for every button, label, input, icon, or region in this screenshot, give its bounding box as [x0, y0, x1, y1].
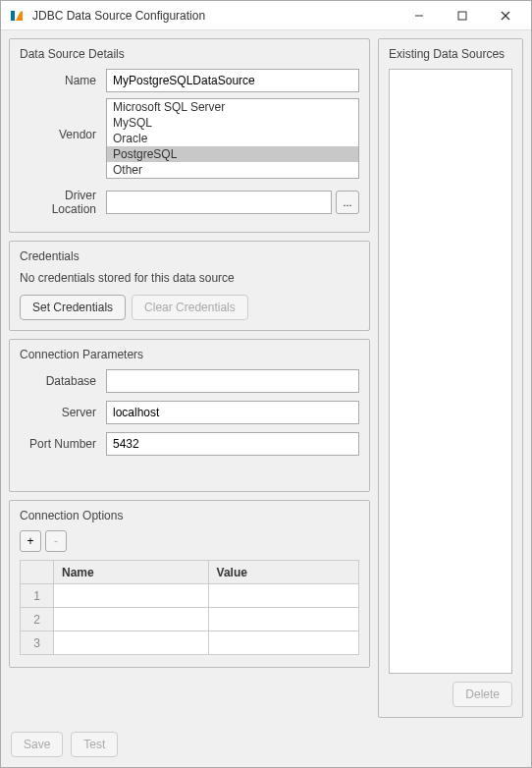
vendor-item-oracle[interactable]: Oracle: [107, 131, 358, 146]
save-button: Save: [11, 732, 63, 757]
data-source-details-panel: Data Source Details Name Vendor Microsof…: [9, 38, 370, 233]
vendor-item-other[interactable]: Other: [107, 162, 358, 178]
database-input[interactable]: [106, 369, 359, 393]
server-label: Server: [20, 406, 106, 419]
set-credentials-button[interactable]: Set Credentials: [20, 295, 126, 320]
titlebar: JDBC Data Source Configuration: [1, 1, 531, 30]
driver-location-label: Driver Location: [20, 189, 106, 216]
svg-rect-2: [458, 12, 466, 20]
close-button[interactable]: [484, 2, 527, 29]
vendor-label: Vendor: [20, 98, 106, 141]
name-label: Name: [20, 74, 106, 87]
app-icon: [9, 8, 25, 24]
panel-title: Connection Parameters: [20, 348, 359, 361]
port-number-label: Port Number: [20, 437, 106, 451]
existing-data-sources-list[interactable]: [389, 69, 512, 674]
app-window: JDBC Data Source Configuration Data Sour…: [0, 0, 532, 768]
row-number: 2: [21, 608, 54, 631]
database-label: Database: [20, 374, 106, 388]
port-number-input[interactable]: [106, 432, 359, 456]
browse-button[interactable]: ...: [336, 191, 359, 214]
row-number: 3: [21, 631, 54, 655]
credentials-message: No credentials stored for this data sour…: [20, 271, 359, 285]
panel-title: Existing Data Sources: [389, 47, 512, 61]
row-header-blank: [21, 561, 54, 584]
table-row[interactable]: 2: [21, 608, 359, 631]
option-name-cell[interactable]: [54, 584, 209, 608]
test-button: Test: [71, 732, 118, 757]
maximize-button[interactable]: [441, 2, 484, 29]
row-number: 1: [21, 584, 54, 608]
panel-title: Data Source Details: [20, 47, 359, 61]
column-header-name: Name: [54, 561, 209, 584]
option-value-cell[interactable]: [208, 631, 358, 655]
footer: Save Test: [1, 726, 531, 767]
minimize-button[interactable]: [398, 2, 441, 29]
option-name-cell[interactable]: [54, 608, 209, 631]
option-value-cell[interactable]: [208, 608, 358, 631]
connection-options-panel: Connection Options + - Name Value: [9, 500, 370, 668]
vendor-item-postgresql[interactable]: PostgreSQL: [107, 146, 358, 162]
delete-button: Delete: [452, 682, 512, 707]
add-option-button[interactable]: +: [20, 530, 41, 552]
existing-data-sources-panel: Existing Data Sources Delete: [378, 38, 523, 718]
name-input[interactable]: [106, 69, 359, 92]
credentials-panel: Credentials No credentials stored for th…: [9, 241, 370, 331]
connection-parameters-panel: Connection Parameters Database Server Po…: [9, 339, 370, 492]
driver-location-input[interactable]: [106, 191, 332, 214]
vendor-item-mssql[interactable]: Microsoft SQL Server: [107, 99, 358, 115]
clear-credentials-button: Clear Credentials: [132, 295, 248, 320]
column-header-value: Value: [208, 561, 358, 584]
panel-title: Connection Options: [20, 509, 359, 522]
vendor-item-mysql[interactable]: MySQL: [107, 115, 358, 131]
panel-title: Credentials: [20, 249, 359, 263]
server-input[interactable]: [106, 401, 359, 424]
option-value-cell[interactable]: [208, 584, 358, 608]
table-row[interactable]: 3: [21, 631, 359, 655]
options-table: Name Value 1 2: [20, 560, 359, 655]
vendor-list[interactable]: Microsoft SQL Server MySQL Oracle Postgr…: [106, 98, 359, 179]
remove-option-button: -: [45, 530, 67, 552]
option-name-cell[interactable]: [54, 631, 209, 655]
window-title: JDBC Data Source Configuration: [32, 9, 398, 23]
table-row[interactable]: 1: [21, 584, 359, 608]
